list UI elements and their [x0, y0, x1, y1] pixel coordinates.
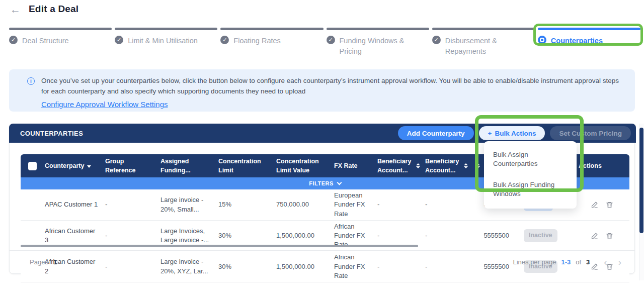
horizontal-scrollbar[interactable]	[21, 245, 418, 247]
cell-fx-rate: European Funder FX Rate	[332, 189, 375, 220]
stepper-step[interactable]: ✓ Deal Structure	[9, 28, 112, 57]
pagination-footer: Pages 1 Lines per page 1-3 of 3 ‹ ›	[10, 250, 634, 273]
radio-active-icon	[538, 36, 546, 44]
step-progress-bar	[9, 28, 112, 30]
cell-concentration-limit-value: 750,000.00	[274, 198, 332, 211]
table-column-header[interactable]: FX Rate	[332, 159, 375, 173]
cell-group-reference: -	[103, 198, 158, 211]
select-all-checkbox[interactable]	[28, 162, 37, 170]
vertical-scrollbar[interactable]	[639, 128, 643, 233]
bulk-actions-dropdown: Bulk Assign Counterparties Bulk Assign F…	[484, 141, 577, 209]
step-label: Limit & Min Utilisation	[128, 36, 198, 46]
cell-account-number: 5555500	[471, 230, 517, 242]
stepper-step[interactable]: ✓ Disbursement & Repayments	[432, 28, 535, 57]
status-badge: Inactive	[524, 229, 557, 242]
delete-icon[interactable]	[606, 232, 613, 240]
caret-down-icon	[87, 165, 91, 168]
rows-range: 1-3	[561, 258, 571, 266]
dropdown-menu-item[interactable]: Bulk Assign Counterparties	[484, 144, 577, 174]
bulk-actions-label: Bulk Actions	[495, 130, 536, 137]
column-label: Group Reference	[105, 157, 155, 175]
sort-icon[interactable]	[416, 163, 420, 168]
next-page-icon[interactable]: ›	[618, 257, 621, 267]
stepper-step[interactable]: ✓ Funding Windows & Pricing	[327, 28, 429, 57]
cell-assigned-funding: Large Invoices, Large invoice -...	[158, 225, 216, 246]
cell-counterparty: African Customer 3	[43, 225, 103, 246]
check-circle-icon: ✓	[220, 36, 229, 44]
info-banner: i Once you’ve set up your counterparties…	[9, 69, 635, 112]
column-label: Concentration Limit	[218, 157, 271, 175]
stepper-step[interactable]: ✓ Limit & Min Utilisation	[115, 28, 217, 57]
page-title: Edit a Deal	[29, 4, 78, 15]
cell-beneficiary-account-2: -	[423, 230, 471, 242]
page-header: ← Edit a Deal	[10, 4, 78, 15]
stepper: ✓ Deal Structure ✓ Limit & Min Utilisati…	[9, 28, 640, 57]
bulk-actions-button[interactable]: + Bulk Actions	[479, 126, 545, 140]
table-column-header[interactable]	[21, 159, 43, 173]
table-column-header[interactable]: Counterparty	[43, 159, 103, 173]
delete-icon[interactable]	[606, 201, 613, 209]
table-column-header[interactable]: Concentration Limit Value	[274, 154, 332, 177]
set-custom-pricing-button[interactable]: Set Custom Pricing	[550, 126, 631, 140]
back-arrow-icon[interactable]: ←	[10, 4, 21, 15]
rows-total: 3	[586, 258, 590, 266]
lines-per-page-label: Lines per page	[513, 258, 556, 266]
chevron-down-icon	[337, 180, 342, 185]
table-column-header[interactable]: Concentration Limit	[216, 154, 274, 177]
cell-beneficiary-account-1: -	[375, 198, 423, 211]
step-label: Floating Rates	[233, 36, 281, 46]
sort-icon[interactable]	[476, 163, 480, 168]
step-label: Counterparties	[551, 36, 603, 46]
step-label: Disbursement & Repayments	[445, 36, 528, 57]
cell-concentration-limit: 30%	[216, 230, 274, 242]
info-icon: i	[27, 77, 35, 85]
check-circle-icon: ✓	[432, 36, 441, 44]
cell-concentration-limit: 15%	[216, 198, 274, 211]
step-progress-bar	[115, 28, 217, 30]
table-column-header[interactable]: Beneficiary Account...	[423, 154, 471, 177]
counterparties-panel-bar: COUNTERPARTIES Add Counterparty + Bulk A…	[9, 124, 636, 143]
sort-icon[interactable]	[464, 163, 468, 168]
table-column-header[interactable]: Actions	[577, 159, 629, 173]
column-label: Beneficiary Account...	[425, 157, 461, 175]
column-label: FX Rate	[334, 161, 358, 170]
dropdown-menu-item[interactable]: Bulk Assign Funding Windows	[484, 174, 577, 204]
table-column-header[interactable]: Beneficiary Account...	[375, 154, 423, 177]
step-progress-bar	[538, 28, 640, 30]
stepper-step[interactable]: ✓ Counterparties	[538, 28, 640, 57]
step-progress-bar	[220, 28, 323, 30]
plus-icon: +	[488, 130, 492, 137]
step-progress-bar	[327, 28, 429, 30]
pages-label: Pages	[30, 258, 48, 266]
check-circle-icon: ✓	[327, 36, 335, 44]
banner-text: Once you’ve set up your counterparties b…	[41, 75, 621, 96]
step-label: Deal Structure	[22, 36, 69, 46]
column-label: Concentration Limit Value	[276, 157, 329, 175]
cell-beneficiary-account-1: -	[375, 230, 423, 242]
column-label: Assigned Funding...	[160, 157, 213, 175]
of-label: of	[576, 258, 581, 266]
check-circle-icon: ✓	[115, 36, 123, 44]
step-label: Funding Windows & Pricing	[340, 36, 422, 57]
edit-icon[interactable]	[591, 201, 598, 209]
column-label: Beneficiary Account...	[377, 157, 413, 175]
cell-group-reference: -	[103, 230, 158, 242]
cell-counterparty: APAC Customer 1	[43, 198, 103, 211]
previous-page-icon[interactable]: ‹	[604, 257, 607, 267]
configure-approval-workflow-link[interactable]: Configure Approval Workflow Settings	[41, 100, 168, 109]
table-column-header[interactable]: Group Reference	[103, 154, 158, 177]
filters-label: FILTERS	[309, 180, 334, 186]
table-column-header[interactable]: Assigned Funding...	[158, 154, 216, 177]
step-progress-bar	[432, 28, 535, 30]
stepper-step[interactable]: ✓ Floating Rates	[220, 28, 323, 57]
check-circle-icon: ✓	[9, 36, 18, 44]
column-label: Actions	[579, 161, 602, 170]
add-counterparty-button[interactable]: Add Counterparty	[398, 126, 474, 140]
cell-concentration-limit-value: 1,500,000.00	[274, 230, 332, 242]
column-label: Counterparty	[45, 161, 84, 170]
edit-icon[interactable]	[591, 232, 598, 240]
current-page[interactable]: 1	[53, 258, 57, 266]
panel-title: COUNTERPARTIES	[20, 130, 83, 137]
cell-assigned-funding: Large invoice - 20%, Small...	[158, 194, 216, 215]
cell-beneficiary-account-2: -	[423, 198, 471, 211]
